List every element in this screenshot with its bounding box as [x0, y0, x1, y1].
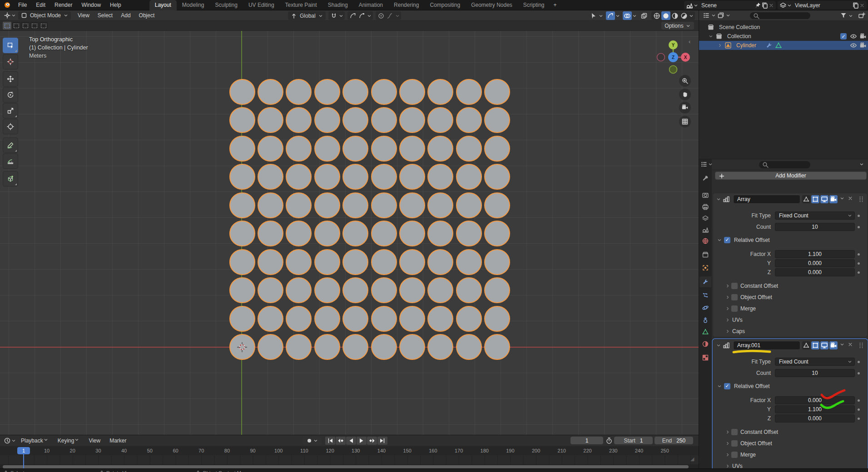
cylinder-instance[interactable]: [342, 277, 368, 303]
animate-dot[interactable]: [858, 418, 860, 420]
workspace-tab-shading[interactable]: Shading: [322, 0, 353, 10]
cylinder-instance[interactable]: [399, 136, 425, 162]
cylinder-instance[interactable]: [456, 249, 482, 275]
cylinder-instance[interactable]: [399, 164, 425, 190]
chevron-down-icon[interactable]: [711, 13, 716, 18]
shading-solid-icon[interactable]: [661, 11, 670, 20]
select-mode-extend[interactable]: [12, 22, 20, 30]
play-reverse-button[interactable]: [346, 437, 356, 445]
workspace-tab-modeling[interactable]: Modeling: [177, 0, 210, 10]
overlays-toggle-icon[interactable]: [623, 11, 632, 20]
workspace-tab-scripting[interactable]: Scripting: [518, 0, 550, 10]
cylinder-instance[interactable]: [399, 221, 425, 246]
tool-rotate[interactable]: [3, 87, 18, 103]
outliner-row-scene-collection[interactable]: Scene Collection: [699, 23, 868, 32]
cylinder-instance[interactable]: [399, 249, 425, 275]
cylinder-instance[interactable]: [427, 306, 453, 332]
menu-edit[interactable]: Edit: [31, 0, 50, 10]
cylinder-instance[interactable]: [229, 221, 255, 246]
toggle-render[interactable]: [829, 341, 838, 349]
unlink-icon[interactable]: [769, 3, 774, 8]
cylinder-instance[interactable]: [371, 334, 397, 360]
cylinder-instance[interactable]: [484, 277, 510, 303]
disable-render-icon[interactable]: [859, 33, 867, 40]
cylinder-instance[interactable]: [229, 277, 255, 303]
section-merge[interactable]: Merge: [713, 450, 867, 459]
cylinder-instance[interactable]: [484, 249, 510, 275]
timeline-menu-marker[interactable]: Marker: [105, 436, 131, 446]
properties-tab-collection[interactable]: [699, 249, 711, 260]
properties-tab-modifiers[interactable]: [699, 276, 711, 287]
modifier-name-field[interactable]: Array.001: [733, 341, 800, 350]
timeline-scrollbar-thumb[interactable]: [3, 465, 689, 468]
relative-offset-header[interactable]: ✓Relative Offset: [713, 381, 867, 391]
cylinder-instance[interactable]: [229, 107, 255, 133]
outliner-search-input[interactable]: [750, 12, 810, 19]
merge-checkbox[interactable]: [731, 305, 738, 312]
factor-z-field[interactable]: 0.000: [775, 268, 855, 276]
cylinder-instance[interactable]: [484, 306, 510, 332]
copy-page-icon[interactable]: [852, 2, 859, 9]
gizmo-neg-y[interactable]: [670, 66, 677, 74]
animate-dot[interactable]: [858, 253, 860, 256]
cylinder-instance[interactable]: [286, 277, 312, 303]
snap-curve-icon[interactable]: [348, 11, 357, 20]
cylinder-instance[interactable]: [342, 306, 368, 332]
cylinder-instance[interactable]: [456, 277, 482, 303]
workspace-tab-uv-editing[interactable]: UV Editing: [243, 0, 280, 10]
cylinder-instance[interactable]: [258, 221, 283, 246]
cylinder-instance[interactable]: [342, 136, 368, 162]
expand-chevron-icon[interactable]: [716, 343, 721, 348]
cylinder-instance[interactable]: [484, 79, 510, 105]
add-workspace-button[interactable]: +: [550, 0, 560, 10]
cylinder-instance[interactable]: [229, 79, 255, 105]
workspace-tab-sculpting[interactable]: Sculpting: [210, 0, 243, 10]
cylinder-instance[interactable]: [229, 136, 255, 162]
cylinder-instance[interactable]: [258, 277, 283, 303]
cylinder-instance[interactable]: [314, 107, 340, 133]
cylinder-instance[interactable]: [342, 164, 368, 190]
viewport-pan-hand-button[interactable]: [679, 88, 691, 100]
properties-tab-world[interactable]: [699, 236, 711, 246]
cylinder-instance[interactable]: [286, 221, 312, 246]
hide-eye-icon[interactable]: [850, 33, 857, 40]
copy-page-icon[interactable]: [761, 2, 769, 9]
keyframe-next-button[interactable]: [367, 437, 377, 445]
cylinder-instance[interactable]: [371, 306, 397, 332]
tool-measure[interactable]: [3, 153, 18, 169]
timeline-ruler[interactable]: 1020304050607080901001101201301401501601…: [0, 446, 699, 455]
properties-tab-scene[interactable]: [699, 224, 711, 235]
toggle-on-cage[interactable]: [802, 341, 810, 349]
workspace-tab-geometry-nodes[interactable]: Geometry Nodes: [466, 0, 518, 10]
viewport-zoom-button[interactable]: [679, 75, 691, 87]
keyframe-prev-button[interactable]: [336, 437, 346, 445]
viewport-3d[interactable]: Top Orthographic (1) Collection | Cylind…: [0, 31, 699, 435]
cylinder-instance[interactable]: [456, 221, 482, 246]
count-field[interactable]: 10: [775, 369, 855, 377]
animate-dot[interactable]: [858, 215, 860, 217]
cylinder-instance[interactable]: [286, 192, 312, 218]
constant-offset-checkbox[interactable]: [731, 429, 738, 435]
cylinder-instance[interactable]: [427, 221, 453, 246]
viewport-menu-add[interactable]: Add: [117, 10, 134, 21]
modifier-extras-chevron-icon[interactable]: [839, 196, 845, 201]
shading-material-icon[interactable]: [670, 11, 680, 20]
properties-tab-render[interactable]: [699, 190, 711, 201]
frame-end-field[interactable]: End250: [655, 437, 693, 444]
outliner-row-collection[interactable]: Collection✓: [699, 32, 868, 41]
cylinder-instance[interactable]: [258, 249, 283, 275]
chevron-down-icon[interactable]: [689, 13, 694, 19]
new-collection-icon[interactable]: [857, 11, 866, 20]
editor-type-3d-viewport-icon[interactable]: [4, 12, 16, 19]
cylinder-instance[interactable]: [342, 79, 368, 105]
cylinder-instance[interactable]: [484, 192, 510, 218]
blender-logo-icon[interactable]: [4, 1, 11, 9]
chevron-down-icon[interactable]: [859, 162, 864, 167]
section-object-offset[interactable]: Object Offset: [713, 438, 867, 448]
snap-magnet-icon[interactable]: [329, 11, 338, 20]
section-constant-offset[interactable]: Constant Offset: [713, 427, 867, 437]
disable-render-icon[interactable]: [859, 42, 867, 49]
cylinder-instance[interactable]: [399, 192, 425, 218]
cylinder-instance[interactable]: [286, 334, 312, 360]
cylinder-instance[interactable]: [342, 334, 368, 360]
